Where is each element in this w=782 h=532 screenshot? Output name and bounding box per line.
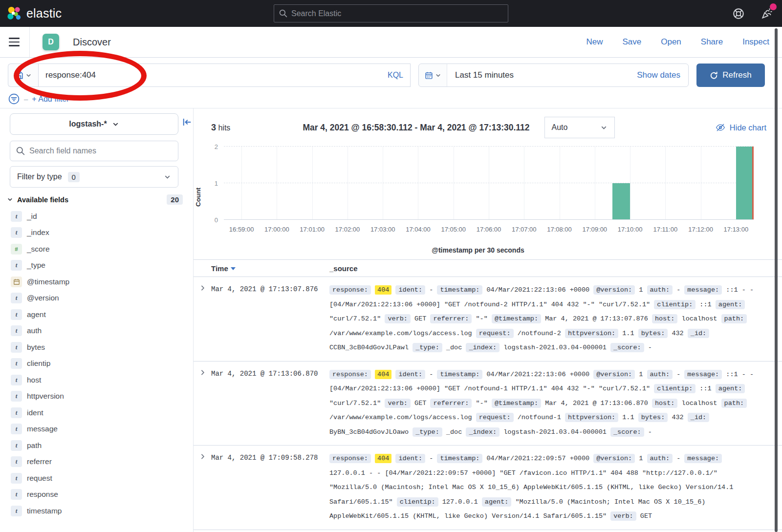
field-item-ident[interactable]: tident — [7, 404, 188, 421]
string-field-icon: t — [11, 391, 22, 402]
field-key-badge: host: — [652, 399, 678, 408]
add-filter-button[interactable]: + Add filter — [32, 95, 69, 104]
field-key-badge: _index: — [466, 427, 500, 437]
chart-bar[interactable] — [736, 147, 754, 219]
field-key-badge: verb: — [385, 399, 411, 408]
field-item-bytes[interactable]: tbytes — [7, 339, 188, 356]
saved-queries-button[interactable] — [8, 64, 38, 87]
newsfeed-icon[interactable] — [760, 7, 773, 20]
field-key-badge: path: — [721, 399, 747, 408]
hide-chart-button[interactable]: Hide chart — [716, 123, 766, 132]
x-tick-label: 17:06:00 — [477, 226, 501, 233]
chart-bar[interactable] — [612, 183, 630, 220]
field-item-httpversion[interactable]: thttpversion — [7, 388, 188, 405]
field-item-request[interactable]: trequest — [7, 470, 188, 487]
field-item-@timestamp[interactable]: @timestamp — [7, 274, 188, 290]
x-tick-label: 17:04:00 — [406, 226, 431, 233]
field-key-badge: @timestamp: — [492, 399, 541, 408]
field-item-_score[interactable]: #_score — [7, 241, 188, 257]
expand-row-icon[interactable] — [199, 451, 211, 524]
field-key-badge: timestamp: — [437, 370, 482, 379]
field-item-_id[interactable]: t_id — [7, 208, 188, 225]
menu-hamburger-icon[interactable] — [9, 32, 28, 52]
sort-desc-icon[interactable] — [231, 267, 236, 270]
field-value: "-" — [476, 315, 488, 322]
filter-by-type-dropdown[interactable]: Filter by type 0 — [10, 166, 178, 188]
help-icon[interactable] — [732, 7, 745, 20]
field-value: logstash-2021.03.04-000001 — [503, 344, 607, 351]
query-input[interactable] — [45, 70, 383, 80]
field-search-input[interactable] — [29, 147, 172, 155]
field-key-badge: referrer: — [430, 314, 472, 323]
field-value: 04/Mar/2021:22:13:06 +0000 — [487, 286, 590, 294]
nav-action-share[interactable]: Share — [701, 37, 723, 47]
field-item-@version[interactable]: t@version — [7, 290, 188, 307]
field-search-box[interactable] — [10, 141, 178, 161]
calendar-button[interactable] — [419, 64, 447, 86]
field-item-agent[interactable]: tagent — [7, 306, 188, 323]
field-key-badge: _index: — [466, 343, 500, 352]
field-value: "-" — [476, 400, 488, 407]
string-field-icon: t — [11, 227, 22, 238]
nav-action-save[interactable]: Save — [622, 37, 641, 47]
x-tick-label: 17:13:00 — [724, 226, 749, 233]
date-field-icon — [11, 277, 22, 287]
field-item-referrer[interactable]: treferrer — [7, 454, 188, 470]
page-scrollbar[interactable] — [775, 28, 778, 532]
elastic-brand[interactable]: elastic — [7, 6, 62, 21]
field-key-badge: path: — [721, 314, 747, 323]
index-pattern-selector[interactable]: logstash-* — [10, 113, 178, 135]
interval-select[interactable]: Auto — [544, 117, 615, 138]
field-item-auth[interactable]: tauth — [7, 323, 188, 340]
field-key-badge: _id: — [688, 413, 709, 422]
field-key-badge: _type: — [413, 343, 442, 352]
time-column-header[interactable]: Time — [211, 264, 329, 273]
chart-x-labels: 16:59:0017:00:0017:01:0017:02:0017:03:00… — [224, 226, 754, 235]
field-item-message[interactable]: tmessage — [7, 421, 188, 438]
expand-row-icon[interactable] — [199, 283, 211, 355]
global-search-input[interactable] — [291, 9, 503, 18]
expand-row-icon[interactable] — [199, 367, 211, 440]
time-range-display[interactable]: Last 15 minutes Show dates — [447, 64, 688, 86]
available-fields-header[interactable]: Available fields 20 — [7, 194, 183, 205]
doc-timestamp: Mar 4, 2021 @ 17:13:07.876 — [211, 283, 329, 355]
nav-action-new[interactable]: New — [586, 37, 603, 47]
y-axis-title: Count — [195, 188, 202, 207]
x-tick-label: 17:02:00 — [335, 226, 360, 233]
field-value: GET — [414, 315, 426, 322]
field-key-badge: agent: — [716, 384, 745, 393]
field-item-_type[interactable]: t_type — [7, 257, 188, 274]
field-name: _score — [27, 245, 50, 254]
field-key-badge: agent: — [716, 300, 745, 309]
filter-icon[interactable] — [8, 93, 20, 105]
field-key-badge: clientip: — [654, 300, 695, 309]
table-header: Time _source — [194, 259, 782, 277]
gridline — [454, 147, 454, 219]
field-value: - — [676, 371, 680, 378]
field-value: /notfound-2 — [518, 330, 561, 337]
field-key-badge: message: — [684, 454, 722, 463]
refresh-button[interactable]: Refresh — [696, 64, 765, 87]
nav-action-inspect[interactable]: Inspect — [742, 37, 769, 47]
field-value: ::1 — [699, 385, 711, 392]
field-name: @version — [27, 294, 59, 302]
field-value: "curl/7.52.1" — [329, 315, 381, 322]
field-item-path[interactable]: tpath — [7, 437, 188, 454]
nav-action-open[interactable]: Open — [661, 37, 681, 47]
time-range-label: Mar 4, 2021 @ 16:58:30.112 - Mar 4, 2021… — [303, 123, 529, 133]
kql-language-button[interactable]: KQL — [383, 71, 403, 80]
field-item-host[interactable]: thost — [7, 372, 188, 388]
collapse-sidebar-icon[interactable] — [182, 117, 192, 127]
field-key-badge: @version: — [593, 285, 635, 295]
field-item-clientip[interactable]: tclientip — [7, 356, 188, 372]
field-item-timestamp[interactable]: ttimestamp — [7, 503, 188, 519]
global-search-box[interactable] — [274, 4, 508, 22]
gridline — [595, 147, 595, 219]
string-field-icon: t — [11, 473, 22, 484]
divider — [29, 27, 30, 57]
field-item-_index[interactable]: t_index — [7, 225, 188, 241]
show-dates-link[interactable]: Show dates — [637, 70, 680, 80]
field-value: ByBN_3cB04dGovJLOawo — [329, 428, 409, 436]
field-item-response[interactable]: tresponse — [7, 487, 188, 503]
source-column-header: _source — [329, 264, 782, 273]
